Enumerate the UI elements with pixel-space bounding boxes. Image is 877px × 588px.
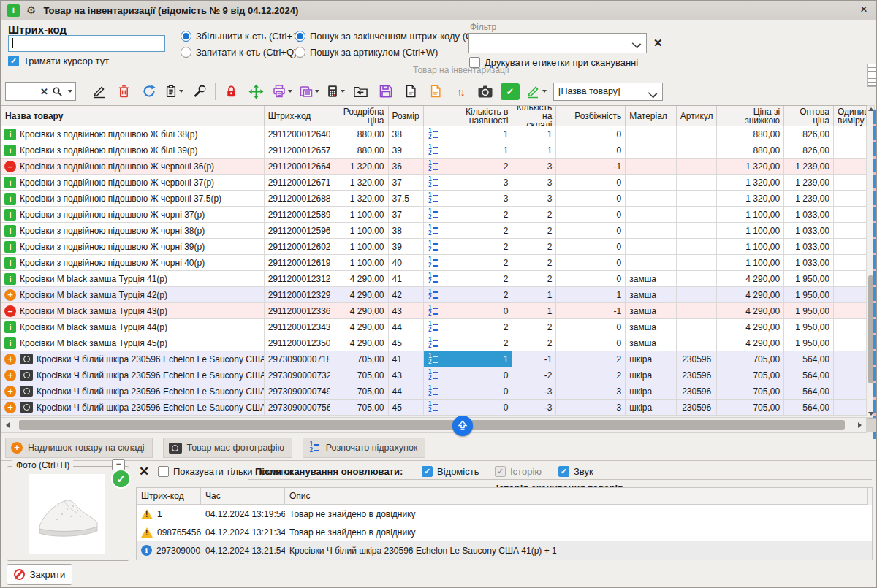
cell-barcode[interactable]: 2911200012312: [265, 271, 330, 287]
cell-discount[interactable]: 4 290,00: [717, 271, 784, 287]
import-button[interactable]: [352, 83, 370, 101]
table-row[interactable]: +Кросівки M black замша Турція 42(р)2911…: [1, 287, 867, 303]
table-row[interactable]: iКросівки M black замша Турція 44(р)2911…: [1, 319, 867, 335]
history-time[interactable]: 04.12.2024 13:21:34: [201, 523, 285, 541]
cell-name[interactable]: +Кросівки Ч білий шкіра 230596 Echelon L…: [1, 351, 265, 367]
cell-barcode[interactable]: 2911200012619: [265, 255, 330, 271]
cell-wholesale[interactable]: 564,00: [784, 400, 834, 416]
search-clear-icon[interactable]: ✕: [40, 86, 48, 97]
cell-retail[interactable]: 1 320,00: [330, 159, 389, 175]
chevron-down-icon[interactable]: [68, 90, 72, 93]
cell-diff[interactable]: 0: [556, 175, 626, 191]
cell-material[interactable]: [626, 207, 677, 223]
cell-name[interactable]: iКросівки з подвійною підошвою Ж чорні 3…: [1, 207, 265, 223]
history-column-header[interactable]: Опис: [285, 488, 868, 505]
cell-discount[interactable]: 705,00: [717, 383, 784, 400]
paste-button[interactable]: [164, 84, 183, 99]
cell-unit[interactable]: [834, 159, 867, 175]
table-row[interactable]: iКросівки з подвійною підошвою Ж чорні 4…: [1, 255, 867, 271]
cell-wholesale[interactable]: 1 950,00: [784, 335, 834, 351]
cell-barcode[interactable]: 2911200012688: [265, 191, 330, 207]
column-header[interactable]: Одиниця виміру: [834, 106, 867, 126]
print-labels-button[interactable]: [299, 84, 319, 99]
cell-wholesale[interactable]: 1 950,00: [784, 271, 834, 287]
cell-article[interactable]: [677, 255, 717, 271]
cell-diff[interactable]: 0: [556, 239, 626, 255]
radio-increase-qty[interactable]: Збільшити к-сть (Ctrl+1): [181, 31, 301, 42]
cell-diff[interactable]: 2: [556, 367, 626, 383]
cell-material[interactable]: [626, 223, 677, 239]
cell-stock[interactable]: -3: [512, 383, 556, 400]
column-header[interactable]: Роздрібна ціна: [330, 106, 389, 126]
cell-qty[interactable]: 2: [424, 271, 513, 287]
cell-stock[interactable]: 2: [512, 335, 556, 351]
cell-retail[interactable]: 1 320,00: [330, 175, 389, 191]
gear-icon[interactable]: ⚙: [26, 4, 36, 17]
cell-size[interactable]: 42: [389, 287, 424, 303]
camera-button[interactable]: [476, 83, 494, 101]
cell-retail[interactable]: 4 290,00: [330, 287, 389, 303]
cell-wholesale[interactable]: 1 950,00: [784, 319, 834, 335]
cell-article[interactable]: [677, 175, 717, 191]
cell-material[interactable]: замша: [626, 335, 677, 351]
table-row[interactable]: iКросівки M black замша Турція 41(р)2911…: [1, 271, 867, 287]
cell-material[interactable]: [626, 239, 677, 255]
cell-material[interactable]: [626, 191, 677, 207]
cell-barcode[interactable]: 2973090000718: [265, 351, 330, 367]
cell-size[interactable]: 41: [389, 351, 424, 367]
cell-article[interactable]: [677, 239, 717, 255]
column-chooser-icon[interactable]: [867, 64, 877, 87]
horizontal-scrollbar[interactable]: [1, 417, 867, 433]
cell-wholesale[interactable]: 564,00: [784, 367, 834, 383]
cell-discount[interactable]: 4 290,00: [717, 303, 784, 319]
cell-qty[interactable]: 1: [424, 142, 513, 159]
product-photo[interactable]: [29, 474, 105, 554]
cell-unit[interactable]: [834, 271, 867, 287]
history-time[interactable]: 04.12.2024 13:19:56: [201, 505, 285, 523]
cell-qty[interactable]: 3: [424, 191, 513, 207]
cell-retail[interactable]: 705,00: [330, 351, 389, 367]
close-window-button[interactable]: Закрити: [7, 564, 72, 585]
cell-barcode[interactable]: 2911200012596: [265, 223, 330, 239]
history-row[interactable]: 104.12.2024 13:19:56Товар не знайдено в …: [137, 505, 872, 523]
document-orange-button[interactable]: [426, 83, 444, 101]
cell-size[interactable]: 44: [389, 319, 424, 335]
column-header[interactable]: Кількість в наявності: [424, 106, 513, 126]
cell-article[interactable]: [677, 319, 717, 335]
cell-stock[interactable]: 2: [512, 271, 556, 287]
cell-material[interactable]: шкіра: [626, 383, 677, 400]
cell-unit[interactable]: [834, 319, 867, 335]
cell-name[interactable]: +Кросівки Ч білий шкіра 230596 Echelon L…: [1, 400, 265, 416]
cell-barcode[interactable]: 2911200012640: [265, 126, 330, 142]
cell-discount[interactable]: 1 100,00: [717, 239, 784, 255]
cell-name[interactable]: iКросівки M black замша Турція 41(р): [1, 271, 265, 287]
cell-discount[interactable]: 880,00: [717, 126, 784, 142]
cell-barcode[interactable]: 2911200012329: [265, 287, 330, 303]
cell-article[interactable]: [677, 191, 717, 207]
cell-name[interactable]: iКросівки M black замша Турція 45(р): [1, 335, 265, 351]
cell-unit[interactable]: [834, 142, 867, 159]
column-header[interactable]: Матеріал: [626, 106, 677, 126]
table-row[interactable]: +Кросівки Ч білий шкіра 230596 Echelon L…: [1, 367, 867, 383]
cell-wholesale[interactable]: 826,00: [784, 126, 834, 142]
cell-diff[interactable]: 0: [556, 191, 626, 207]
cell-retail[interactable]: 880,00: [330, 142, 389, 159]
column-header[interactable]: Ціна зі знижкою: [717, 106, 784, 126]
cell-material[interactable]: замша: [626, 319, 677, 335]
cell-name[interactable]: iКросівки з подвійною підошвою Ж чорні 3…: [1, 239, 265, 255]
column-header[interactable]: Назва товару: [1, 106, 265, 126]
cell-diff[interactable]: 0: [556, 223, 626, 239]
history-barcode[interactable]: i297309000...: [137, 541, 201, 560]
cell-diff[interactable]: 0: [556, 126, 626, 142]
cell-stock[interactable]: 2: [512, 319, 556, 335]
delete-button[interactable]: [115, 83, 133, 101]
save-button[interactable]: [376, 83, 395, 101]
sort-button[interactable]: ↑↓: [451, 83, 469, 101]
cell-retail[interactable]: 880,00: [330, 126, 389, 142]
cell-diff[interactable]: 0: [556, 255, 626, 271]
cell-discount[interactable]: 1 100,00: [717, 255, 784, 271]
cell-discount[interactable]: 705,00: [717, 400, 784, 416]
cell-material[interactable]: шкіра: [626, 400, 677, 416]
radio-ask-qty[interactable]: Запитати к-сть (Ctrl+Q): [181, 47, 297, 58]
cell-qty[interactable]: 0: [424, 303, 513, 319]
